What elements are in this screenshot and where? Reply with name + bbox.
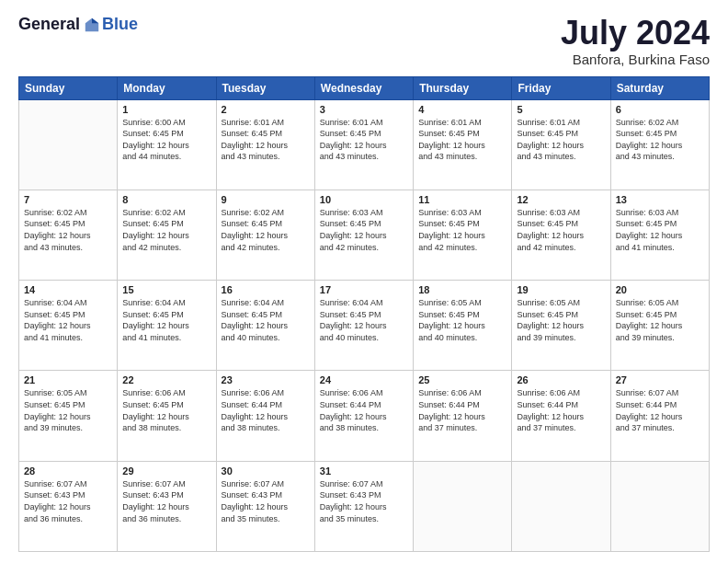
day-number: 29 bbox=[122, 465, 210, 477]
calendar-table: Sunday Monday Tuesday Wednesday Thursday… bbox=[18, 76, 710, 552]
day-info: Sunrise: 6:01 AMSunset: 6:45 PMDaylight:… bbox=[222, 117, 310, 163]
day-info: Sunrise: 6:00 AMSunset: 6:45 PMDaylight:… bbox=[122, 117, 210, 163]
day-number: 8 bbox=[122, 194, 210, 205]
day-number: 7 bbox=[24, 194, 112, 205]
day-number: 1 bbox=[122, 104, 210, 115]
day-number: 4 bbox=[418, 104, 506, 115]
day-number: 2 bbox=[222, 104, 310, 115]
day-number: 14 bbox=[24, 284, 112, 295]
table-row: 27Sunrise: 6:07 AMSunset: 6:44 PMDayligh… bbox=[610, 371, 709, 461]
table-row: 9Sunrise: 6:02 AMSunset: 6:45 PMDaylight… bbox=[216, 190, 314, 280]
title-area: July 2024 Banfora, Burkina Faso bbox=[561, 15, 710, 67]
table-row: 6Sunrise: 6:02 AMSunset: 6:45 PMDaylight… bbox=[610, 99, 709, 190]
svg-marker-1 bbox=[92, 17, 98, 22]
day-info: Sunrise: 6:07 AMSunset: 6:44 PMDaylight:… bbox=[616, 387, 704, 433]
col-monday: Monday bbox=[118, 76, 216, 99]
day-info: Sunrise: 6:05 AMSunset: 6:45 PMDaylight:… bbox=[517, 297, 605, 343]
table-row: 31Sunrise: 6:07 AMSunset: 6:43 PMDayligh… bbox=[314, 461, 413, 551]
calendar-header-row: Sunday Monday Tuesday Wednesday Thursday… bbox=[19, 76, 710, 99]
day-info: Sunrise: 6:07 AMSunset: 6:43 PMDaylight:… bbox=[320, 478, 408, 524]
day-number: 22 bbox=[122, 374, 210, 385]
month-year: July 2024 bbox=[561, 15, 710, 52]
table-row: 19Sunrise: 6:05 AMSunset: 6:45 PMDayligh… bbox=[512, 281, 610, 371]
day-info: Sunrise: 6:04 AMSunset: 6:45 PMDaylight:… bbox=[122, 297, 210, 343]
table-row: 12Sunrise: 6:03 AMSunset: 6:45 PMDayligh… bbox=[512, 190, 610, 280]
table-row: 30Sunrise: 6:07 AMSunset: 6:43 PMDayligh… bbox=[216, 461, 314, 551]
table-row: 7Sunrise: 6:02 AMSunset: 6:45 PMDaylight… bbox=[19, 190, 118, 280]
day-number: 27 bbox=[616, 374, 704, 385]
table-row: 1Sunrise: 6:00 AMSunset: 6:45 PMDaylight… bbox=[118, 99, 216, 190]
day-number: 30 bbox=[222, 465, 310, 477]
table-row: 11Sunrise: 6:03 AMSunset: 6:45 PMDayligh… bbox=[414, 190, 512, 280]
day-number: 19 bbox=[517, 284, 605, 295]
day-info: Sunrise: 6:05 AMSunset: 6:45 PMDaylight:… bbox=[24, 387, 112, 433]
day-number: 9 bbox=[222, 194, 310, 205]
calendar-week-row: 7Sunrise: 6:02 AMSunset: 6:45 PMDaylight… bbox=[19, 190, 710, 280]
table-row: 22Sunrise: 6:06 AMSunset: 6:45 PMDayligh… bbox=[118, 371, 216, 461]
col-friday: Friday bbox=[512, 76, 610, 99]
table-row: 13Sunrise: 6:03 AMSunset: 6:45 PMDayligh… bbox=[610, 190, 709, 280]
day-info: Sunrise: 6:01 AMSunset: 6:45 PMDaylight:… bbox=[320, 117, 408, 163]
day-number: 18 bbox=[418, 284, 506, 295]
day-number: 25 bbox=[418, 374, 506, 385]
day-info: Sunrise: 6:05 AMSunset: 6:45 PMDaylight:… bbox=[418, 297, 506, 343]
day-info: Sunrise: 6:03 AMSunset: 6:45 PMDaylight:… bbox=[418, 207, 506, 253]
calendar-week-row: 28Sunrise: 6:07 AMSunset: 6:43 PMDayligh… bbox=[19, 461, 710, 551]
day-info: Sunrise: 6:07 AMSunset: 6:43 PMDaylight:… bbox=[222, 478, 310, 524]
day-number: 12 bbox=[517, 194, 605, 205]
day-info: Sunrise: 6:02 AMSunset: 6:45 PMDaylight:… bbox=[24, 207, 112, 253]
day-number: 21 bbox=[24, 374, 112, 385]
calendar-week-row: 14Sunrise: 6:04 AMSunset: 6:45 PMDayligh… bbox=[19, 281, 710, 371]
day-number: 3 bbox=[320, 104, 408, 115]
table-row: 24Sunrise: 6:06 AMSunset: 6:44 PMDayligh… bbox=[314, 371, 413, 461]
calendar-week-row: 1Sunrise: 6:00 AMSunset: 6:45 PMDaylight… bbox=[19, 99, 710, 190]
table-row: 18Sunrise: 6:05 AMSunset: 6:45 PMDayligh… bbox=[414, 281, 512, 371]
table-row: 21Sunrise: 6:05 AMSunset: 6:45 PMDayligh… bbox=[19, 371, 118, 461]
logo-blue-text: Blue bbox=[102, 15, 138, 34]
day-number: 28 bbox=[24, 465, 112, 477]
day-info: Sunrise: 6:02 AMSunset: 6:45 PMDaylight:… bbox=[122, 207, 210, 253]
day-info: Sunrise: 6:05 AMSunset: 6:45 PMDaylight:… bbox=[616, 297, 704, 343]
col-wednesday: Wednesday bbox=[314, 76, 413, 99]
day-number: 6 bbox=[616, 104, 704, 115]
table-row: 8Sunrise: 6:02 AMSunset: 6:45 PMDaylight… bbox=[118, 190, 216, 280]
day-number: 24 bbox=[320, 374, 408, 385]
table-row: 10Sunrise: 6:03 AMSunset: 6:45 PMDayligh… bbox=[314, 190, 413, 280]
day-info: Sunrise: 6:01 AMSunset: 6:45 PMDaylight:… bbox=[517, 117, 605, 163]
table-row bbox=[610, 461, 709, 551]
day-number: 16 bbox=[222, 284, 310, 295]
day-number: 20 bbox=[616, 284, 704, 295]
logo-icon bbox=[84, 17, 100, 33]
day-number: 11 bbox=[418, 194, 506, 205]
day-number: 31 bbox=[320, 465, 408, 477]
day-info: Sunrise: 6:06 AMSunset: 6:45 PMDaylight:… bbox=[122, 387, 210, 433]
day-info: Sunrise: 6:02 AMSunset: 6:45 PMDaylight:… bbox=[616, 117, 704, 163]
day-info: Sunrise: 6:03 AMSunset: 6:45 PMDaylight:… bbox=[616, 207, 704, 253]
table-row: 28Sunrise: 6:07 AMSunset: 6:43 PMDayligh… bbox=[19, 461, 118, 551]
table-row: 2Sunrise: 6:01 AMSunset: 6:45 PMDaylight… bbox=[216, 99, 314, 190]
calendar-week-row: 21Sunrise: 6:05 AMSunset: 6:45 PMDayligh… bbox=[19, 371, 710, 461]
table-row: 4Sunrise: 6:01 AMSunset: 6:45 PMDaylight… bbox=[414, 99, 512, 190]
day-number: 26 bbox=[517, 374, 605, 385]
day-number: 15 bbox=[122, 284, 210, 295]
day-info: Sunrise: 6:03 AMSunset: 6:45 PMDaylight:… bbox=[517, 207, 605, 253]
logo-general-text: General bbox=[18, 15, 80, 34]
col-tuesday: Tuesday bbox=[216, 76, 314, 99]
day-number: 5 bbox=[517, 104, 605, 115]
day-info: Sunrise: 6:06 AMSunset: 6:44 PMDaylight:… bbox=[320, 387, 408, 433]
day-info: Sunrise: 6:02 AMSunset: 6:45 PMDaylight:… bbox=[222, 207, 310, 253]
table-row: 5Sunrise: 6:01 AMSunset: 6:45 PMDaylight… bbox=[512, 99, 610, 190]
day-number: 10 bbox=[320, 194, 408, 205]
day-info: Sunrise: 6:01 AMSunset: 6:45 PMDaylight:… bbox=[418, 117, 506, 163]
header: General Blue July 2024 Banfora, Burkina … bbox=[18, 15, 710, 67]
day-info: Sunrise: 6:04 AMSunset: 6:45 PMDaylight:… bbox=[222, 297, 310, 343]
location: Banfora, Burkina Faso bbox=[561, 52, 710, 67]
col-sunday: Sunday bbox=[19, 76, 118, 99]
table-row: 14Sunrise: 6:04 AMSunset: 6:45 PMDayligh… bbox=[19, 281, 118, 371]
day-info: Sunrise: 6:07 AMSunset: 6:43 PMDaylight:… bbox=[24, 478, 112, 524]
table-row: 16Sunrise: 6:04 AMSunset: 6:45 PMDayligh… bbox=[216, 281, 314, 371]
table-row: 25Sunrise: 6:06 AMSunset: 6:44 PMDayligh… bbox=[414, 371, 512, 461]
table-row: 29Sunrise: 6:07 AMSunset: 6:43 PMDayligh… bbox=[118, 461, 216, 551]
day-info: Sunrise: 6:04 AMSunset: 6:45 PMDaylight:… bbox=[320, 297, 408, 343]
day-info: Sunrise: 6:06 AMSunset: 6:44 PMDaylight:… bbox=[222, 387, 310, 433]
